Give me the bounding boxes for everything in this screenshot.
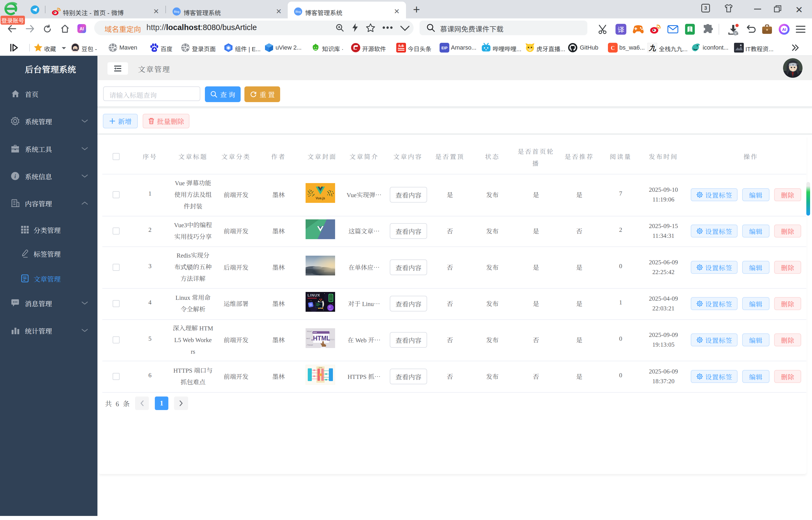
svg-text:头条: 头条 <box>398 44 404 47</box>
svg-text:Vue.js: Vue.js <box>316 197 325 200</box>
svg-text:met: met <box>306 337 310 340</box>
svg-text:htal: htal <box>307 330 312 333</box>
svg-text:LINUX: LINUX <box>307 293 320 297</box>
svg-text:/head: /head <box>306 344 313 346</box>
svg-text:/tit: /tit <box>329 338 335 341</box>
svg-text:AI: AI <box>782 27 786 32</box>
svg-text:EIP: EIP <box>442 46 448 50</box>
svg-text:v: v <box>735 31 736 35</box>
svg-text:C: C <box>611 45 615 51</box>
svg-text:九: 九 <box>648 44 656 52</box>
svg-text:AI: AI <box>80 27 84 31</box>
svg-text:Suite: Suite <box>318 367 323 368</box>
svg-text:.HTML: .HTML <box>311 335 330 342</box>
svg-text:Blog: Blog <box>295 10 301 13</box>
svg-text:i: i <box>15 173 16 179</box>
svg-text:Blog: Blog <box>174 10 179 13</box>
